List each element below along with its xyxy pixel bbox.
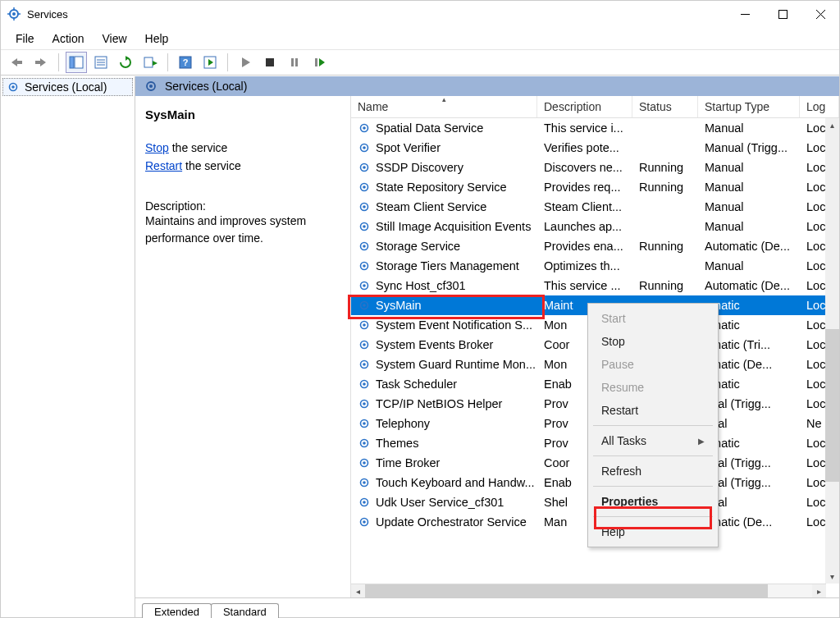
service-name: Update Orchestrator Service bbox=[376, 515, 527, 529]
tree-node-services-local[interactable]: Services (Local) bbox=[2, 78, 133, 96]
context-menu-restart[interactable]: Restart bbox=[588, 399, 718, 422]
service-description: Optimizes th... bbox=[537, 259, 632, 272]
menu-view[interactable]: View bbox=[95, 30, 133, 47]
body: Services (Local) Services (Local) SysMai… bbox=[1, 76, 839, 617]
service-name: System Events Broker bbox=[376, 338, 493, 351]
column-description[interactable]: Description bbox=[537, 96, 632, 117]
view-tabs: Extended Standard bbox=[135, 597, 839, 617]
gear-icon bbox=[144, 79, 158, 94]
menu-separator bbox=[593, 486, 713, 487]
column-status[interactable]: Status bbox=[632, 96, 698, 117]
back-button[interactable] bbox=[6, 52, 27, 73]
service-row[interactable]: State Repository ServiceProvides req...R… bbox=[351, 177, 839, 197]
restart-service-link[interactable]: Restart bbox=[145, 159, 182, 172]
context-menu-refresh[interactable]: Refresh bbox=[588, 460, 718, 483]
service-name: TCP/IP NetBIOS Helper bbox=[376, 397, 502, 410]
tab-extended[interactable]: Extended bbox=[142, 603, 212, 618]
scroll-down-icon[interactable]: ▾ bbox=[825, 570, 839, 584]
svg-point-64 bbox=[363, 382, 366, 386]
tab-standard[interactable]: Standard bbox=[211, 603, 279, 618]
details-pane: SysMain Stop the service Restart the ser… bbox=[135, 96, 350, 597]
context-menu-stop[interactable]: Stop bbox=[588, 330, 718, 353]
service-description: Provides req... bbox=[537, 181, 632, 194]
menu-action[interactable]: Action bbox=[46, 30, 91, 47]
service-name: Telephony bbox=[376, 417, 430, 430]
service-startup: Manual bbox=[698, 220, 800, 233]
service-startup: Manual bbox=[698, 161, 800, 174]
service-row[interactable]: Sync Host_cf301This service ...RunningAu… bbox=[351, 276, 839, 295]
service-row[interactable]: Still Image Acquisition EventsLaunches a… bbox=[351, 217, 839, 236]
service-startup: Manual bbox=[698, 181, 800, 194]
service-name: Storage Tiers Management bbox=[376, 259, 519, 272]
minimize-button[interactable] bbox=[726, 1, 764, 27]
stop-service-button[interactable] bbox=[259, 52, 281, 73]
svg-point-40 bbox=[363, 146, 366, 149]
maximize-button[interactable] bbox=[764, 1, 801, 27]
tree-pane: Services (Local) bbox=[1, 76, 135, 617]
show-hide-tree-button[interactable] bbox=[66, 52, 87, 73]
properties-toolbar-button[interactable] bbox=[90, 52, 112, 73]
column-name[interactable]: Name▴ bbox=[351, 96, 537, 117]
svg-point-46 bbox=[363, 205, 366, 208]
service-row[interactable]: Storage ServiceProvides ena...RunningAut… bbox=[351, 236, 839, 256]
gear-icon bbox=[358, 259, 371, 272]
service-row[interactable]: Spot VerifierVerifies pote...Manual (Tri… bbox=[351, 138, 839, 158]
column-logon-as[interactable]: Log bbox=[800, 96, 839, 117]
export-button[interactable] bbox=[139, 52, 161, 73]
stop-suffix: the service bbox=[169, 141, 228, 154]
service-name: SysMain bbox=[376, 299, 422, 312]
refresh-button[interactable] bbox=[115, 52, 136, 73]
start-service-button[interactable] bbox=[235, 52, 256, 73]
menubar: File Action View Help bbox=[1, 27, 839, 49]
scrollbar-thumb-h[interactable] bbox=[365, 584, 768, 597]
gear-icon bbox=[358, 240, 371, 253]
svg-marker-22 bbox=[153, 61, 158, 66]
close-button[interactable] bbox=[801, 1, 839, 27]
service-row[interactable]: Storage Tiers ManagementOptimizes th...M… bbox=[351, 256, 839, 276]
window-title: Services bbox=[27, 8, 68, 21]
gear-icon bbox=[358, 417, 371, 430]
service-row[interactable]: Spatial Data ServiceThis service i...Man… bbox=[351, 118, 839, 138]
context-menu-properties[interactable]: Properties bbox=[588, 490, 718, 513]
scrollbar-thumb[interactable] bbox=[825, 329, 839, 483]
service-description: Discovers ne... bbox=[537, 161, 632, 174]
scroll-right-icon[interactable]: ▸ bbox=[812, 584, 826, 598]
svg-point-42 bbox=[363, 166, 366, 169]
context-menu-all-tasks[interactable]: All Tasks▶ bbox=[588, 429, 718, 452]
horizontal-scrollbar[interactable]: ◂ ▸ bbox=[351, 584, 826, 597]
gear-icon bbox=[358, 299, 371, 312]
svg-rect-14 bbox=[70, 57, 74, 68]
menu-file[interactable]: File bbox=[9, 30, 41, 47]
menu-help[interactable]: Help bbox=[139, 30, 176, 47]
service-description: Steam Client... bbox=[537, 200, 632, 213]
tree-node-label: Services (Local) bbox=[25, 80, 107, 94]
scroll-up-icon[interactable]: ▴ bbox=[825, 118, 839, 132]
service-row[interactable]: SSDP DiscoveryDiscovers ne...RunningManu… bbox=[351, 158, 839, 177]
svg-point-78 bbox=[363, 520, 366, 524]
forward-button[interactable] bbox=[30, 52, 52, 73]
restart-suffix: the service bbox=[182, 159, 241, 172]
help-toolbar-button[interactable]: ? bbox=[175, 52, 196, 73]
service-startup: Automatic (De... bbox=[698, 279, 800, 292]
service-name: Task Scheduler bbox=[376, 378, 457, 391]
gear-icon bbox=[358, 515, 371, 529]
stop-service-link[interactable]: Stop bbox=[145, 141, 169, 154]
scroll-left-icon[interactable]: ◂ bbox=[351, 584, 365, 598]
context-menu-help[interactable]: Help bbox=[588, 520, 718, 543]
gear-icon bbox=[358, 220, 371, 233]
context-menu: StartStopPauseResumeRestartAll Tasks▶Ref… bbox=[587, 303, 719, 547]
restart-service-button[interactable] bbox=[308, 52, 330, 73]
service-startup: Manual bbox=[698, 259, 800, 272]
service-row[interactable]: Steam Client ServiceSteam Client...Manua… bbox=[351, 197, 839, 217]
column-startup-type[interactable]: Startup Type bbox=[698, 96, 800, 117]
run-toolbar-button[interactable] bbox=[199, 52, 221, 73]
vertical-scrollbar[interactable]: ▴ ▾ bbox=[825, 118, 839, 584]
service-startup: Manual bbox=[698, 121, 800, 135]
service-description: This service ... bbox=[537, 279, 632, 292]
gear-icon bbox=[358, 338, 371, 351]
svg-marker-12 bbox=[40, 58, 46, 66]
description-text: Maintains and improves system performanc… bbox=[145, 213, 340, 246]
svg-rect-15 bbox=[75, 57, 83, 68]
svg-point-70 bbox=[363, 442, 366, 445]
pause-service-button[interactable] bbox=[284, 52, 305, 73]
